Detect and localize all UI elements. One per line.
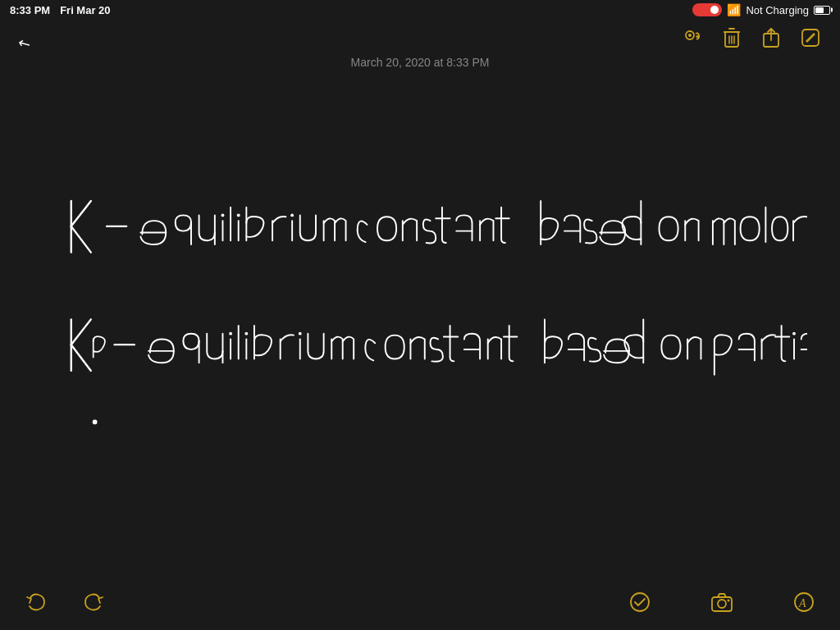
status-right: 📶 Not Charging <box>692 3 830 16</box>
lasso-button[interactable]: A <box>788 586 820 619</box>
bottom-center-group: A <box>623 586 820 619</box>
share-button[interactable] <box>755 21 788 54</box>
camera-button[interactable] <box>705 586 738 619</box>
svg-point-2 <box>696 35 699 38</box>
svg-point-10 <box>229 332 232 336</box>
svg-point-17 <box>718 600 726 608</box>
svg-point-8 <box>290 213 294 217</box>
note-content <box>0 82 840 573</box>
checkmark-button[interactable] <box>623 586 656 619</box>
status-bar: 8:33 PM Fri Mar 20 📶 Not Charging <box>0 0 840 20</box>
redo-button[interactable] <box>77 586 110 619</box>
svg-point-12 <box>299 332 302 336</box>
svg-point-7 <box>237 213 240 217</box>
svg-point-14 <box>93 420 98 425</box>
collaborate-button[interactable] <box>676 21 709 54</box>
record-button[interactable] <box>692 3 722 16</box>
svg-point-1 <box>688 34 692 37</box>
note-date: March 20, 2020 at 8:33 PM <box>0 56 840 69</box>
delete-button[interactable] <box>715 21 748 54</box>
svg-point-6 <box>221 213 225 217</box>
time-display: 8:33 PM <box>10 4 50 16</box>
svg-point-18 <box>728 600 730 602</box>
cursor-indicator: ↖ <box>15 33 34 55</box>
svg-point-13 <box>792 332 796 336</box>
svg-point-15 <box>631 593 649 611</box>
status-left: 8:33 PM Fri Mar 20 <box>10 4 111 16</box>
date-display: Fri Mar 20 <box>60 4 110 16</box>
battery-fill <box>815 7 824 13</box>
svg-point-11 <box>244 332 248 336</box>
edit-button[interactable] <box>794 21 827 54</box>
not-charging-label: Not Charging <box>746 4 809 16</box>
svg-text:A: A <box>798 597 806 609</box>
battery-icon <box>814 6 830 15</box>
undo-button[interactable] <box>20 586 52 619</box>
bottom-toolbar: A <box>0 574 840 630</box>
record-dot <box>710 6 719 14</box>
battery-container <box>814 6 830 15</box>
handwriting-svg <box>33 98 807 556</box>
svg-rect-5 <box>802 30 819 46</box>
wifi-icon: 📶 <box>727 3 741 16</box>
